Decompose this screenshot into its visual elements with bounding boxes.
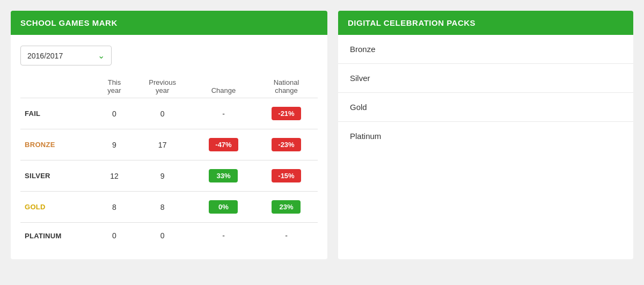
national-change-badge-bronze: -23%: [272, 138, 301, 151]
right-panel-header: DIGITAL CELEBRATION PACKS: [338, 11, 633, 35]
col-header-this-year: Thisyear: [96, 75, 133, 98]
row-change-gold: 0%: [192, 192, 255, 223]
row-label-silver: SILVER: [20, 160, 96, 192]
row-national-change-silver: -15%: [255, 160, 318, 192]
row-this-year-silver: 12: [96, 160, 133, 192]
row-change-silver: 33%: [192, 160, 255, 192]
right-panel-body: BronzeSilverGoldPlatinum: [338, 35, 633, 150]
row-label-bronze: BRONZE: [20, 129, 96, 160]
digital-celebration-packs-panel: DIGITAL CELEBRATION PACKS BronzeSilverGo…: [338, 11, 633, 259]
dcp-item-gold[interactable]: Gold: [338, 93, 633, 122]
change-badge-bronze: -47%: [209, 138, 238, 151]
table-row: PLATINUM00--: [20, 223, 318, 249]
right-panel-title: DIGITAL CELEBRATION PACKS: [348, 18, 475, 27]
year-selector[interactable]: 2016/2017 ⌄: [20, 46, 112, 65]
col-header-label: [20, 75, 96, 98]
row-label-gold: GOLD: [20, 192, 96, 223]
row-national-change-fail: -21%: [255, 98, 318, 129]
row-this-year-gold: 8: [96, 192, 133, 223]
page-wrapper: SCHOOL GAMES MARK 2016/2017 ⌄ Thisyear P…: [11, 11, 633, 259]
row-this-year-platinum: 0: [96, 223, 133, 249]
row-change-platinum: -: [192, 223, 255, 249]
row-national-change-gold: 23%: [255, 192, 318, 223]
col-header-national-change: Nationalchange: [255, 75, 318, 98]
row-prev-year-gold: 8: [133, 192, 192, 223]
table-row: BRONZE917-47%-23%: [20, 129, 318, 160]
table-row: GOLD880%23%: [20, 192, 318, 223]
row-label-platinum: PLATINUM: [20, 223, 96, 249]
national-change-badge-fail: -21%: [272, 107, 301, 120]
change-badge-gold: 0%: [209, 200, 238, 214]
dcp-item-silver[interactable]: Silver: [338, 64, 633, 93]
row-prev-year-platinum: 0: [133, 223, 192, 249]
row-prev-year-silver: 9: [133, 160, 192, 192]
left-panel-title: SCHOOL GAMES MARK: [20, 18, 118, 27]
year-selector-value: 2016/2017: [27, 52, 63, 60]
row-this-year-fail: 0: [96, 98, 133, 129]
national-change-badge-silver: -15%: [272, 169, 301, 182]
left-panel-header: SCHOOL GAMES MARK: [11, 11, 327, 35]
row-prev-year-fail: 0: [133, 98, 192, 129]
col-header-change: Change: [192, 75, 255, 98]
national-change-badge-gold: 23%: [272, 200, 301, 214]
table-row: FAIL00--21%: [20, 98, 318, 129]
chevron-down-icon: ⌄: [98, 50, 105, 61]
row-label-fail: FAIL: [20, 98, 96, 129]
table-row: SILVER12933%-15%: [20, 160, 318, 192]
row-change-fail: -: [192, 98, 255, 129]
row-change-bronze: -47%: [192, 129, 255, 160]
col-header-prev-year: Previousyear: [133, 75, 192, 98]
change-badge-silver: 33%: [209, 169, 238, 182]
left-panel-body: 2016/2017 ⌄ Thisyear Previousyear Change…: [11, 35, 327, 259]
sgm-table: Thisyear Previousyear Change Nationalcha…: [20, 75, 318, 249]
dcp-item-platinum[interactable]: Platinum: [338, 122, 633, 150]
row-prev-year-bronze: 17: [133, 129, 192, 160]
row-national-change-bronze: -23%: [255, 129, 318, 160]
dcp-item-bronze[interactable]: Bronze: [338, 35, 633, 64]
row-this-year-bronze: 9: [96, 129, 133, 160]
school-games-mark-panel: SCHOOL GAMES MARK 2016/2017 ⌄ Thisyear P…: [11, 11, 327, 259]
row-national-change-platinum: -: [255, 223, 318, 249]
